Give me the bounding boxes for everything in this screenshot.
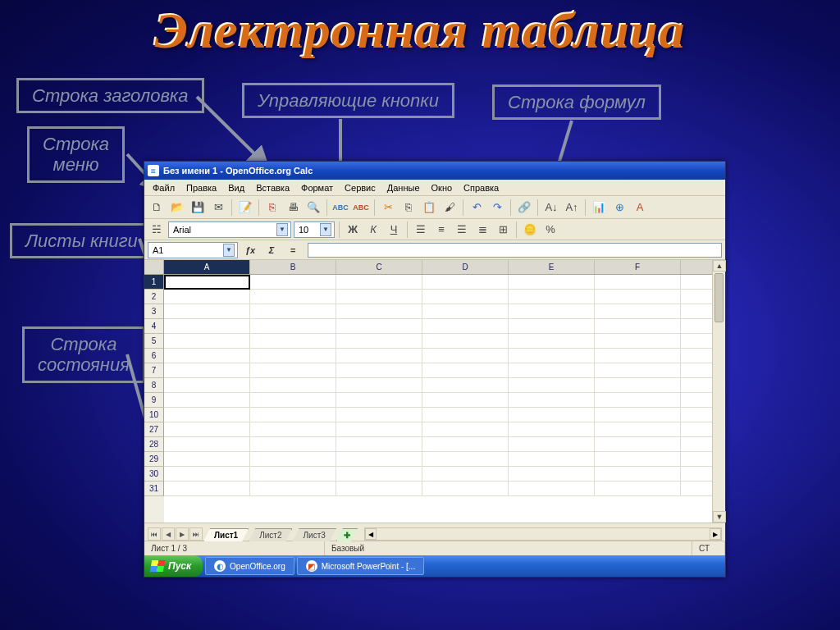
merge-icon[interactable]: ⊞	[494, 221, 512, 239]
font-name-combo[interactable]: Arial ▼	[168, 221, 291, 238]
cell[interactable]	[595, 349, 681, 363]
cell[interactable]	[250, 482, 336, 495]
cell[interactable]	[509, 393, 595, 407]
cell[interactable]	[595, 334, 681, 348]
cell[interactable]	[164, 319, 250, 333]
menu-file[interactable]: Файл	[148, 181, 180, 194]
tab-nav-last-icon[interactable]: ⏭	[189, 527, 203, 541]
spell-red-icon[interactable]: ABC	[352, 199, 370, 217]
cell[interactable]	[250, 290, 336, 304]
cell[interactable]	[595, 319, 681, 333]
cell[interactable]	[422, 467, 509, 481]
cell[interactable]	[422, 378, 509, 392]
cell[interactable]	[164, 349, 250, 363]
fx-icon[interactable]: ƒx	[241, 243, 259, 258]
column-header[interactable]: D	[422, 260, 509, 274]
row-header[interactable]: 10	[144, 408, 164, 422]
cell[interactable]	[250, 334, 336, 348]
cell[interactable]	[336, 422, 422, 436]
cell[interactable]	[250, 378, 336, 392]
align-left-icon[interactable]: ☰	[412, 221, 430, 239]
new-doc-icon[interactable]: 🗋	[148, 199, 166, 217]
redo-icon[interactable]: ↷	[488, 199, 506, 217]
cell[interactable]	[595, 363, 681, 377]
sum-icon[interactable]: Σ	[262, 243, 281, 258]
cell[interactable]	[422, 334, 509, 348]
edit-doc-icon[interactable]: 📝	[236, 199, 254, 217]
cell[interactable]	[250, 467, 336, 481]
row-header[interactable]: 7	[144, 363, 164, 378]
sheet-tab-3[interactable]: Лист3	[292, 528, 336, 541]
vertical-scrollbar[interactable]: ▲ ▼	[712, 260, 725, 523]
cell[interactable]	[336, 408, 422, 422]
column-header[interactable]: B	[250, 260, 336, 274]
underline-icon[interactable]: Ч	[385, 221, 403, 239]
menu-insert[interactable]: Вставка	[251, 181, 294, 194]
cell[interactable]	[164, 437, 250, 451]
cell[interactable]	[164, 422, 250, 436]
scroll-down-icon[interactable]: ▼	[713, 511, 726, 523]
cell[interactable]	[422, 437, 509, 451]
cell[interactable]	[336, 290, 422, 304]
menu-help[interactable]: Справка	[459, 181, 504, 194]
cell[interactable]	[595, 275, 681, 289]
cell[interactable]	[336, 349, 422, 363]
taskbar-app-openoffice[interactable]: ◐ OpenOffice.org	[205, 557, 294, 575]
tab-nav-first-icon[interactable]: ⏮	[148, 527, 161, 541]
cell[interactable]	[509, 467, 595, 481]
scroll-up-icon[interactable]: ▲	[713, 260, 726, 272]
cell[interactable]	[509, 482, 595, 495]
row-header[interactable]: 4	[144, 319, 164, 334]
spell-abc-icon[interactable]: ABC	[331, 199, 349, 217]
cell[interactable]	[595, 378, 681, 392]
cell[interactable]	[250, 304, 336, 318]
cell[interactable]	[595, 304, 681, 318]
cell[interactable]	[250, 275, 336, 289]
menu-format[interactable]: Формат	[296, 181, 338, 194]
sort-desc-icon[interactable]: A↑	[563, 199, 581, 217]
cut-icon[interactable]: ✂	[379, 199, 397, 217]
add-sheet-button[interactable]: ✚	[336, 528, 358, 541]
cell[interactable]	[422, 482, 509, 495]
cell[interactable]	[595, 422, 681, 436]
pdf-icon[interactable]: ⎘	[263, 199, 281, 217]
paste-icon[interactable]: 📋	[420, 199, 438, 217]
formula-input[interactable]	[308, 243, 722, 258]
undo-icon[interactable]: ↶	[468, 199, 486, 217]
cell[interactable]	[336, 275, 422, 289]
cell[interactable]	[422, 363, 509, 377]
cell[interactable]	[509, 437, 595, 451]
cell[interactable]	[422, 319, 509, 333]
cell[interactable]	[336, 319, 422, 333]
row-header[interactable]: 27	[144, 422, 164, 437]
cell[interactable]	[422, 304, 509, 318]
cell[interactable]	[422, 290, 509, 304]
cell[interactable]	[509, 452, 595, 466]
sort-asc-icon[interactable]: A↓	[542, 199, 560, 217]
cell-grid[interactable]	[164, 275, 712, 523]
cell[interactable]	[336, 378, 422, 392]
cell[interactable]	[250, 393, 336, 407]
cell[interactable]	[422, 275, 509, 289]
title-bar[interactable]: ≡ Без имени 1 - OpenOffice.org Calc	[144, 162, 725, 180]
row-header[interactable]: 30	[144, 467, 164, 482]
cell[interactable]	[336, 304, 422, 318]
cell[interactable]	[250, 452, 336, 466]
cell[interactable]	[164, 393, 250, 407]
scroll-thumb[interactable]	[714, 273, 724, 322]
menu-data[interactable]: Данные	[382, 181, 425, 194]
italic-icon[interactable]: К	[364, 221, 382, 239]
cell[interactable]	[250, 408, 336, 422]
cell[interactable]	[509, 378, 595, 392]
column-header[interactable]: A	[164, 260, 250, 274]
preview-icon[interactable]: 🔍	[304, 199, 322, 217]
horizontal-scrollbar[interactable]: ◀ ▶	[364, 527, 722, 541]
cell[interactable]	[595, 290, 681, 304]
column-header[interactable]: C	[336, 260, 422, 274]
scroll-left-icon[interactable]: ◀	[365, 528, 377, 540]
cell[interactable]	[422, 422, 509, 436]
brush-icon[interactable]: 🖌	[441, 199, 459, 217]
font-size-combo[interactable]: 10 ▼	[294, 221, 335, 238]
cell[interactable]	[250, 422, 336, 436]
cell[interactable]	[164, 363, 250, 377]
